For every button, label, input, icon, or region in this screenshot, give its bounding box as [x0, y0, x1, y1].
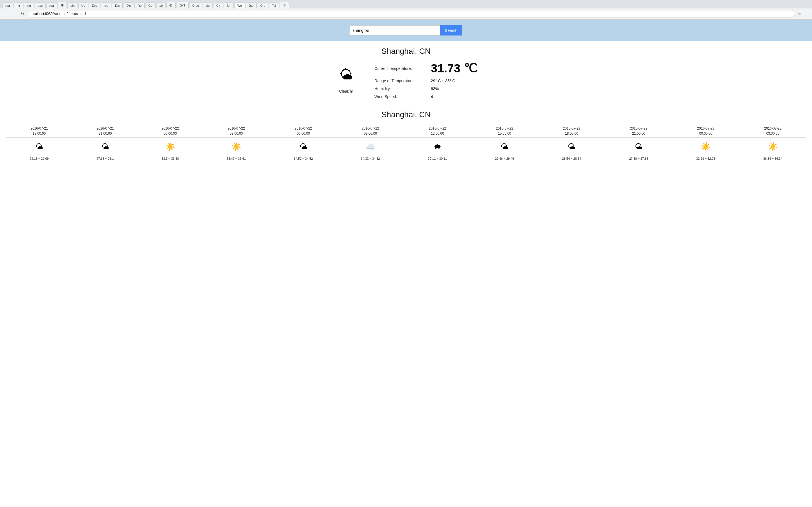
- tab-us2[interactable]: Us: [203, 3, 213, 8]
- forecast-time-1: 2016-07-2121:00:00: [73, 125, 138, 137]
- browser-tabs: rea ng bin acc rea 摊 bin Us Ecc rea Dis …: [0, 0, 812, 8]
- reload-button[interactable]: ↻: [19, 10, 26, 17]
- range-value: 29° C ~ 35° C: [431, 78, 455, 83]
- forecast-time-3: 2016-07-2203:00:00: [203, 125, 270, 137]
- tab-bin[interactable]: bin: [24, 3, 34, 8]
- browser-chrome: rea ng bin acc rea 摊 bin Us Ecc rea Dis …: [0, 0, 812, 20]
- tab-for[interactable]: for: [224, 3, 234, 8]
- tab-cre[interactable]: Cre: [257, 3, 268, 8]
- forecast-time-11: 2016-07-2303:00:00: [739, 125, 806, 137]
- tab-rea[interactable]: rea: [2, 3, 13, 8]
- temperature-row: Current Temperature: 31.73 ℃: [374, 61, 477, 75]
- weather-icon-section: 🌤 Clear/晴: [335, 66, 357, 94]
- forecast-section: Shanghai, CN 2016-07-2118:00:002016-07-2…: [6, 110, 806, 161]
- range-label: Range of Temperature:: [374, 78, 425, 83]
- search-container: Search: [350, 25, 462, 36]
- forecast-temp-8: 28.54 ~ 28.54: [538, 156, 605, 161]
- forecast-time-2: 2016-07-2200:00:00: [138, 125, 203, 137]
- forecast-temp-11: 36.34 ~ 36.34: [739, 156, 806, 161]
- forecast-temp-2: 33.3 ~ 33.58: [138, 156, 203, 161]
- forecast-icon-0: 🌤: [6, 137, 73, 156]
- tab-dis2[interactable]: Dis: [123, 3, 134, 8]
- forecast-time-8: 2016-07-2218:00:00: [538, 125, 605, 137]
- tab-deng[interactable]: 等: [280, 2, 289, 8]
- tab-xuanze[interactable]: 选择: [176, 2, 189, 8]
- tab-we[interactable]: We: [234, 3, 245, 8]
- tab-tan[interactable]: 摊: [57, 2, 67, 8]
- forecast-icon-row: 🌤🌤☀️☀️🌤☁️🌧🌤🌤🌤☀️☀️: [6, 137, 806, 156]
- tab-rea2[interactable]: rea: [46, 3, 57, 8]
- forecast-icon-8: 🌤: [538, 137, 605, 156]
- tab-bin2[interactable]: bin: [67, 3, 78, 8]
- forecast-time-10: 2016-07-2300:00:00: [672, 125, 739, 137]
- forecast-time-5: 2016-07-2209:00:00: [337, 125, 404, 137]
- tab-us[interactable]: Us: [79, 3, 88, 8]
- forecast-temp-1: 27.68 ~ 28.1: [73, 156, 138, 161]
- browser-actions: ☆ ⋮: [797, 11, 810, 16]
- search-button[interactable]: Search: [440, 25, 462, 36]
- forecast-icon-6: 🌧: [404, 137, 471, 156]
- forecast-icon-1: 🌤: [73, 137, 138, 156]
- tab-ecc[interactable]: Ecc: [89, 3, 100, 8]
- forecast-time-9: 2016-07-2221:00:00: [605, 125, 672, 137]
- forecast-city-title: Shanghai, CN: [6, 110, 806, 119]
- search-input[interactable]: [350, 25, 440, 36]
- humidity-label: Humidity:: [374, 87, 425, 91]
- page-header: Search: [0, 20, 812, 41]
- tab-rea3[interactable]: rea: [101, 3, 111, 8]
- forecast-temp-5: 34.32 ~ 34.32: [337, 156, 404, 161]
- forecast-temp-3: 36.47 ~ 36.61: [203, 156, 270, 161]
- address-bar[interactable]: [28, 10, 795, 17]
- forecast-table: 2016-07-2118:00:002016-07-2121:00:002016…: [6, 125, 806, 161]
- page-content: Shanghai, CN 🌤 Clear/晴 Current Temperatu…: [0, 41, 812, 167]
- forecast-icon-7: 🌤: [471, 137, 538, 156]
- forecast-temp-7: 29.46 ~ 29.46: [471, 156, 538, 161]
- weather-details: Current Temperature: 31.73 ℃ Range of Te…: [374, 61, 477, 99]
- menu-icon[interactable]: ⋮: [804, 11, 810, 16]
- forecast-time-0: 2016-07-2118:00:00: [6, 125, 73, 137]
- forecast-temp-0: 29.13 ~ 29.69: [6, 156, 73, 161]
- forecast-temp-9: 27.38 ~ 27.38: [605, 156, 672, 161]
- forecast-time-7: 2016-07-2215:00:00: [471, 125, 538, 137]
- tab-tai[interactable]: Tai: [269, 3, 279, 8]
- tab-jso[interactable]: Jso: [246, 3, 257, 8]
- tab-dis[interactable]: Dis: [112, 3, 123, 8]
- tab-acc[interactable]: acc: [35, 3, 46, 8]
- tab-cit[interactable]: Cit: [213, 3, 223, 8]
- temp-label: Current Temperature:: [374, 66, 425, 71]
- forward-button[interactable]: →: [11, 10, 17, 17]
- forecast-icon-11: ☀️: [739, 137, 806, 156]
- bookmark-icon[interactable]: ☆: [797, 11, 802, 16]
- forecast-temp-6: 30.11 ~ 30.11: [404, 156, 471, 161]
- forecast-temp-row: 29.13 ~ 29.6927.68 ~ 28.133.3 ~ 33.5836.…: [6, 156, 806, 161]
- tab-10[interactable]: 10: [156, 3, 166, 8]
- humidity-value: 63%: [431, 87, 439, 91]
- forecast-icon-3: ☀️: [203, 137, 270, 156]
- tab-ng[interactable]: ng: [13, 3, 23, 8]
- humidity-row: Humidity: 63%: [374, 87, 477, 91]
- wind-label: Wind Speed:: [374, 94, 425, 99]
- tab-you[interactable]: 有: [166, 2, 175, 8]
- tab-gdo[interactable]: G do: [189, 3, 202, 8]
- current-city-title: Shanghai, CN: [6, 47, 806, 56]
- current-weather-icon: 🌤: [339, 66, 353, 83]
- forecast-header-row: 2016-07-2118:00:002016-07-2121:00:002016…: [6, 125, 806, 137]
- forecast-icon-2: ☀️: [138, 137, 203, 156]
- range-row: Range of Temperature: 29° C ~ 35° C: [374, 78, 477, 83]
- forecast-icon-5: ☁️: [337, 137, 404, 156]
- forecast-icon-10: ☀️: [672, 137, 739, 156]
- forecast-temp-4: 34.52 ~ 34.52: [270, 156, 337, 161]
- forecast-time-6: 2016-07-2212:00:00: [404, 125, 471, 137]
- tab-go[interactable]: Go: [145, 3, 156, 8]
- temp-value: 31.73 ℃: [431, 61, 477, 75]
- wind-row: Wind Speed: 4: [374, 94, 477, 99]
- forecast-temp-10: 32.28 ~ 32.28: [672, 156, 739, 161]
- forecast-icon-4: 🌤: [270, 137, 337, 156]
- back-button[interactable]: ←: [2, 10, 9, 17]
- forecast-time-4: 2016-07-2206:00:00: [270, 125, 337, 137]
- wind-value: 4: [431, 94, 433, 99]
- browser-toolbar: ← → ↻ ☆ ⋮: [0, 8, 812, 19]
- weather-condition: Clear/晴: [339, 89, 353, 94]
- tab-re[interactable]: Re: [135, 3, 145, 8]
- forecast-icon-9: 🌤: [605, 137, 672, 156]
